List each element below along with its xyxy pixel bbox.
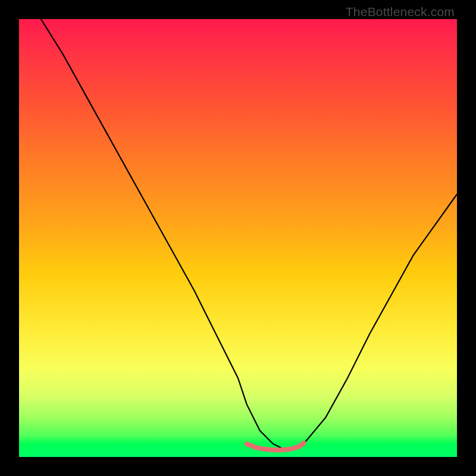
bottleneck-curve — [41, 19, 457, 448]
chart-container: TheBottleneck.com — [0, 0, 476, 476]
watermark-text: TheBottleneck.com — [346, 5, 455, 19]
plot-area — [19, 19, 457, 457]
chart-svg — [19, 19, 457, 457]
green-band-floor — [247, 443, 304, 450]
